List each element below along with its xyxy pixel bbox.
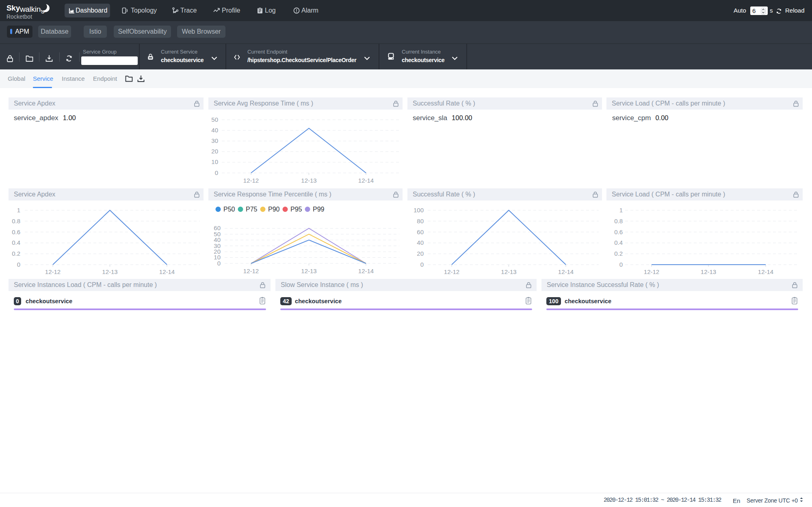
svg-text:P99: P99 <box>313 206 325 213</box>
svg-text:12-13: 12-13 <box>102 268 117 275</box>
svg-text:0.2: 0.2 <box>614 250 623 257</box>
svg-text:0.8: 0.8 <box>614 218 623 224</box>
svg-text:80: 80 <box>417 218 424 224</box>
svg-text:12-13: 12-13 <box>301 268 316 274</box>
svg-text:P95: P95 <box>290 206 302 213</box>
svg-text:40: 40 <box>417 239 424 246</box>
svg-text:P75: P75 <box>246 206 258 213</box>
svg-text:30: 30 <box>211 137 218 144</box>
svg-text:60: 60 <box>417 229 424 235</box>
svg-text:12-12: 12-12 <box>243 177 259 184</box>
svg-text:12-13: 12-13 <box>501 268 516 275</box>
svg-text:20: 20 <box>417 250 424 257</box>
svg-text:20: 20 <box>211 148 218 155</box>
svg-text:10: 10 <box>211 158 218 165</box>
svg-text:12-14: 12-14 <box>358 177 374 184</box>
svg-text:12-13: 12-13 <box>301 177 316 184</box>
svg-text:0.8: 0.8 <box>12 218 20 224</box>
svg-text:12-14: 12-14 <box>358 268 374 274</box>
svg-text:12-14: 12-14 <box>558 268 574 275</box>
svg-text:0.6: 0.6 <box>12 229 20 235</box>
svg-text:0: 0 <box>217 260 221 267</box>
svg-text:12-12: 12-12 <box>644 268 659 275</box>
svg-text:40: 40 <box>211 127 218 134</box>
svg-text:0.4: 0.4 <box>614 239 623 246</box>
svg-text:50: 50 <box>211 116 218 123</box>
svg-text:12-12: 12-12 <box>243 268 259 274</box>
svg-text:12-12: 12-12 <box>444 268 459 275</box>
svg-text:1: 1 <box>619 207 623 214</box>
svg-text:100: 100 <box>414 207 424 214</box>
svg-text:12-13: 12-13 <box>701 268 716 275</box>
svg-text:12-12: 12-12 <box>45 268 61 275</box>
svg-text:12-14: 12-14 <box>758 268 773 275</box>
svg-text:P90: P90 <box>268 206 280 213</box>
svg-text:0.4: 0.4 <box>12 239 20 246</box>
svg-text:0: 0 <box>17 261 20 268</box>
svg-text:0: 0 <box>215 169 218 176</box>
svg-text:0: 0 <box>420 261 424 268</box>
svg-text:0.6: 0.6 <box>614 229 623 235</box>
svg-text:1: 1 <box>17 207 20 214</box>
svg-text:P50: P50 <box>223 206 235 213</box>
svg-text:0: 0 <box>619 261 623 268</box>
svg-text:12-14: 12-14 <box>159 268 175 275</box>
svg-text:0.2: 0.2 <box>12 250 20 257</box>
